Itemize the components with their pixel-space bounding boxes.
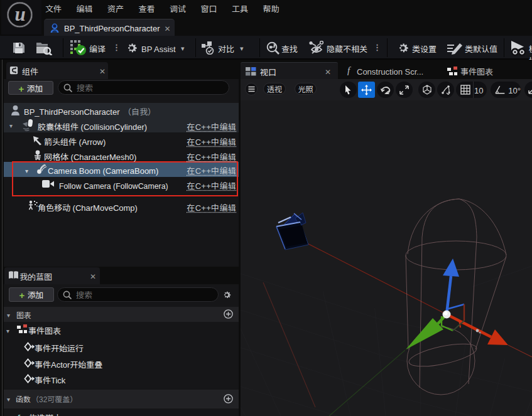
svg-text:u: u [14,3,25,25]
